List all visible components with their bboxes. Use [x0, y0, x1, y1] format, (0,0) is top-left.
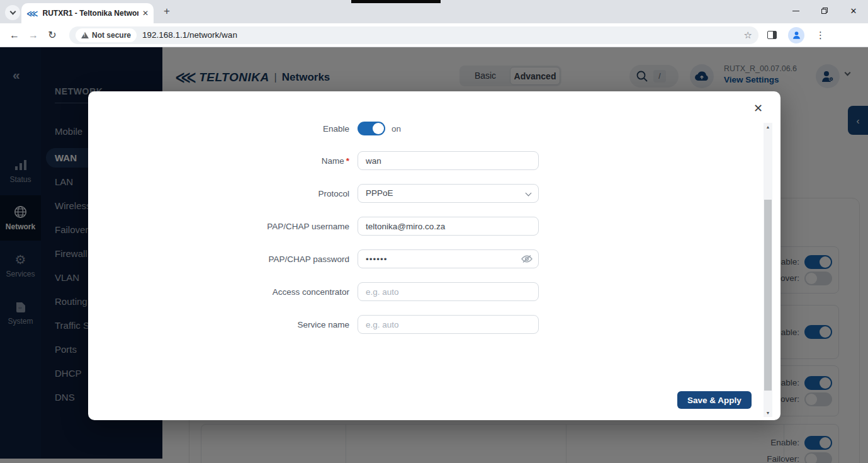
not-secure-chip[interactable]: Not secure: [76, 28, 137, 42]
enable-row: Enable on: [88, 119, 566, 138]
reload-button[interactable]: ↻: [43, 29, 62, 41]
scroll-down-icon[interactable]: ▼: [764, 409, 772, 417]
window-controls: ✕: [781, 0, 868, 21]
service-name-row: Service name: [88, 315, 566, 334]
password-field-label: PAP/CHAP password: [88, 254, 358, 264]
person-icon: [792, 30, 801, 40]
access-concentrator-input[interactable]: [358, 282, 539, 301]
modal-close-icon[interactable]: ✕: [753, 101, 763, 115]
toggle-state-label: on: [392, 124, 401, 134]
restore-icon: [821, 8, 828, 14]
eye-off-icon: [521, 254, 533, 263]
name-field-label: Name*: [88, 156, 358, 166]
warning-icon: [81, 32, 89, 38]
name-row: Name*: [88, 151, 566, 170]
chevron-down-icon: [526, 190, 532, 197]
required-asterisk: *: [346, 156, 349, 166]
screen: ⋘ RUTXR1 - Teltonika Networks ✕ + ✕ ← → …: [0, 0, 868, 463]
wan-edit-modal: ✕ Enable on Name* Protocol PPPoE PAP/CHA…: [88, 91, 781, 420]
bookmark-star-icon[interactable]: ☆: [744, 30, 752, 41]
browser-toolbar: ← → ↻ Not secure 192.168.1.1/network/wan…: [0, 23, 868, 47]
enable-field-label: Enable: [88, 124, 358, 134]
restore-button[interactable]: [810, 0, 839, 21]
pap-chap-password-input[interactable]: [358, 249, 539, 268]
service-name-field-label: Service name: [88, 320, 358, 329]
back-button[interactable]: ←: [5, 30, 24, 41]
profile-avatar[interactable]: [788, 27, 804, 43]
password-row: PAP/CHAP password: [88, 249, 566, 268]
protocol-row: Protocol PPPoE: [88, 184, 566, 203]
modal-scrollbar[interactable]: ▲ ▼: [764, 123, 772, 417]
username-field-label: PAP/CHAP username: [88, 222, 358, 231]
tab-title: RUTXR1 - Teltonika Networks: [43, 9, 138, 18]
access-concentrator-row: Access concentrator: [88, 282, 566, 301]
url-text: 192.168.1.1/network/wan: [142, 30, 237, 40]
toolbar-right: ⋮: [767, 27, 825, 43]
screen-artifact: [351, 0, 441, 3]
enable-toggle[interactable]: [358, 122, 385, 135]
access-concentrator-field-label: Access concentrator: [88, 287, 358, 297]
password-visibility-toggle[interactable]: [521, 254, 533, 266]
not-secure-label: Not secure: [92, 31, 131, 40]
protocol-selected-value: PPPoE: [366, 188, 393, 198]
service-name-input[interactable]: [358, 315, 539, 334]
new-tab-button[interactable]: +: [160, 5, 174, 18]
minimize-button[interactable]: [781, 0, 810, 21]
name-input[interactable]: [358, 151, 539, 170]
protocol-field-label: Protocol: [88, 189, 358, 198]
pap-chap-username-input[interactable]: [358, 217, 539, 236]
protocol-select[interactable]: PPPoE: [358, 184, 539, 203]
close-window-button[interactable]: ✕: [839, 0, 868, 21]
scroll-up-icon[interactable]: ▲: [764, 123, 772, 131]
teltonika-favicon-icon: ⋘: [26, 9, 38, 18]
side-panel-icon[interactable]: [767, 31, 777, 39]
browser-menu-icon[interactable]: ⋮: [816, 30, 825, 41]
save-apply-button[interactable]: Save & Apply: [677, 391, 752, 409]
tab-search-button[interactable]: [5, 5, 20, 20]
tab-close-icon[interactable]: ✕: [142, 9, 149, 18]
address-bar[interactable]: Not secure 192.168.1.1/network/wan ☆: [69, 26, 758, 44]
forward-button[interactable]: →: [24, 30, 43, 41]
chevron-down-icon: [9, 9, 16, 15]
scrollbar-thumb[interactable]: [764, 200, 772, 391]
username-row: PAP/CHAP username: [88, 217, 566, 236]
minimize-icon: [792, 11, 799, 11]
browser-tab[interactable]: ⋘ RUTXR1 - Teltonika Networks ✕: [21, 3, 154, 23]
browser-tabstrip: ⋘ RUTXR1 - Teltonika Networks ✕ + ✕: [0, 0, 868, 23]
